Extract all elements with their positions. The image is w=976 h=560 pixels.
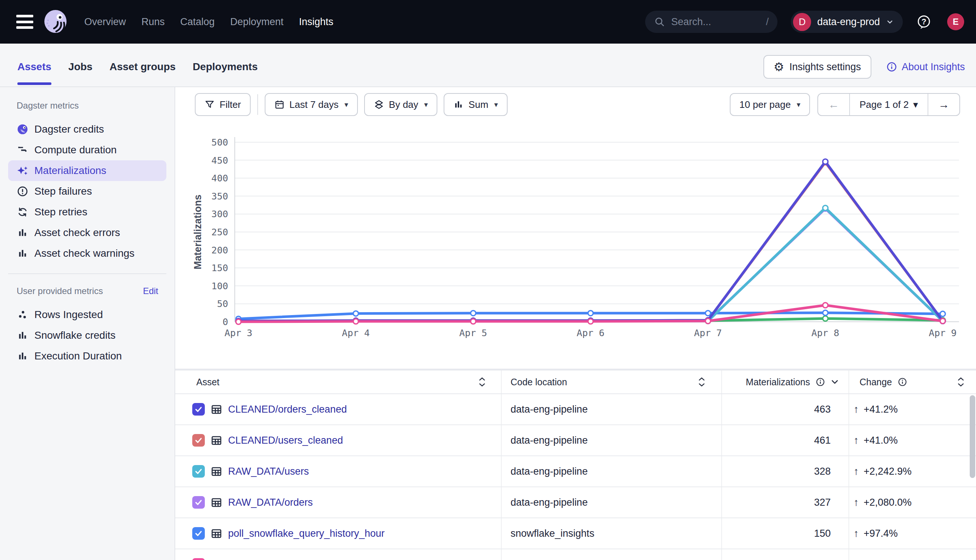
aggregation-button[interactable]: Sum ▾ <box>444 93 508 116</box>
tab-label: Assets <box>17 61 52 73</box>
nav-catalog[interactable]: Catalog <box>180 16 215 28</box>
column-header-asset[interactable]: Asset <box>175 370 502 393</box>
change-value: +41.0% <box>864 435 897 446</box>
column-label: Change <box>859 377 892 387</box>
next-page-button[interactable]: → <box>928 94 959 115</box>
column-header-change[interactable]: Change <box>849 370 976 393</box>
sidebar-item-snowflake-credits[interactable]: Snowflake credits <box>8 325 166 346</box>
table-icon <box>211 497 222 508</box>
chart-point[interactable] <box>823 205 828 210</box>
group-by-button[interactable]: By day ▾ <box>364 93 438 116</box>
chart-point[interactable] <box>705 311 710 316</box>
search-icon <box>654 16 665 27</box>
asset-link[interactable]: CLEANED/users_cleaned <box>228 435 343 446</box>
chart-point[interactable] <box>705 318 710 323</box>
sidebar-item-materializations[interactable]: Materializations <box>8 160 166 181</box>
filter-button[interactable]: Filter <box>195 93 251 116</box>
table-icon <box>211 559 222 560</box>
insights-settings-button[interactable]: ⚙ Insights settings <box>764 55 871 79</box>
y-tick-label: 500 <box>211 137 228 148</box>
asset-checkbox[interactable] <box>192 496 205 509</box>
page-select-button[interactable]: Page 1 of 2 ▾ <box>849 94 928 115</box>
duration-steps-icon <box>17 144 28 156</box>
sidebar-item-label: Dagster credits <box>34 123 104 135</box>
change-value: +97.4% <box>864 528 897 539</box>
chart-point[interactable] <box>940 318 945 323</box>
sidebar-item-compute-duration[interactable]: Compute duration <box>8 140 166 160</box>
asset-checkbox[interactable] <box>192 403 205 415</box>
nav-runs[interactable]: Runs <box>142 16 165 28</box>
aggregation-label: Sum <box>468 99 488 110</box>
sidebar-item-dagster-credits[interactable]: Dagster credits <box>8 119 166 140</box>
asset-link[interactable]: CLEANED/orders_cleaned <box>228 404 347 415</box>
change-value: +41.2% <box>864 404 897 415</box>
asset-cell: RAW_DATA/users <box>175 456 502 487</box>
x-tick-label: Apr 6 <box>577 328 605 338</box>
asset-cell: CLEANED/locations_cleaned <box>175 549 502 560</box>
sidebar-item-asset-check-errors[interactable]: Asset check errors <box>8 222 166 243</box>
chart-point[interactable] <box>471 319 476 324</box>
user-avatar[interactable]: E <box>947 13 964 30</box>
chart-line-RAW_DATA/orders <box>239 209 943 322</box>
asset-link[interactable]: CLEANED/locations_cleaned <box>228 559 358 560</box>
asset-checkbox[interactable] <box>192 434 205 447</box>
menu-icon[interactable] <box>16 15 33 29</box>
tab-jobs[interactable]: Jobs <box>69 47 92 87</box>
chart-point[interactable] <box>236 319 241 324</box>
sidebar-item-label: Asset check errors <box>34 227 120 238</box>
tab-asset-groups[interactable]: Asset groups <box>109 47 175 87</box>
chart-point[interactable] <box>588 319 593 324</box>
tab-deployments[interactable]: Deployments <box>192 47 258 87</box>
chart-point[interactable] <box>823 159 828 164</box>
chart-point[interactable] <box>588 311 593 316</box>
sidebar-item-step-failures[interactable]: Step failures <box>8 181 166 202</box>
change-value: +4,600.0% <box>864 559 912 560</box>
org-switcher[interactable]: D data-eng-prod <box>791 11 903 33</box>
tab-label: Asset groups <box>109 61 175 73</box>
chart-point[interactable] <box>940 312 945 317</box>
search-input[interactable]: Search... / <box>645 11 777 33</box>
check-icon <box>194 467 203 476</box>
nav-overview[interactable]: Overview <box>84 16 126 28</box>
table-scrollbar[interactable] <box>970 395 975 478</box>
tab-assets[interactable]: Assets <box>17 47 52 87</box>
table-row: RAW_DATA/usersdata-eng-pipeline328↑+2,24… <box>175 456 976 487</box>
chart-point[interactable] <box>353 311 359 316</box>
three-dots-icon <box>17 309 28 321</box>
sidebar-item-rows-ingested[interactable]: Rows Ingested <box>8 304 166 325</box>
sidebar-item-label: Snowflake credits <box>34 330 115 341</box>
asset-cell: RAW_DATA/orders <box>175 487 502 518</box>
sidebar-item-asset-check-warnings[interactable]: Asset check warnings <box>8 243 166 264</box>
asset-checkbox[interactable] <box>192 558 205 560</box>
chart-point[interactable] <box>823 310 828 315</box>
prev-page-button[interactable]: ← <box>818 94 849 115</box>
about-insights-link[interactable]: About Insights <box>886 61 965 73</box>
nav-insights[interactable]: Insights <box>299 16 333 28</box>
date-range-button[interactable]: Last 7 days ▾ <box>265 93 358 116</box>
chart-point[interactable] <box>823 303 828 308</box>
sidebar-item-step-retries[interactable]: Step retries <box>8 202 166 222</box>
column-header-materializations[interactable]: Materializations <box>722 370 849 393</box>
caret-down-icon: ▾ <box>913 99 918 110</box>
asset-link[interactable]: RAW_DATA/orders <box>228 497 313 508</box>
table-body: CLEANED/orders_cleaneddata-eng-pipeline4… <box>175 394 976 560</box>
nav-deployment[interactable]: Deployment <box>230 16 284 28</box>
asset-checkbox[interactable] <box>192 465 205 478</box>
up-arrow-icon: ↑ <box>854 434 859 446</box>
x-tick-label: Apr 7 <box>694 328 722 338</box>
chart-point[interactable] <box>471 311 476 316</box>
sidebar-item-execution-duration[interactable]: Execution Duration <box>8 346 166 367</box>
bar-chart-icon <box>17 247 28 259</box>
chart-point[interactable] <box>353 319 359 324</box>
asset-link[interactable]: poll_snowflake_query_history_hour <box>228 528 384 539</box>
x-tick-label: Apr 5 <box>459 328 487 338</box>
per-page-button[interactable]: 10 per page ▾ <box>730 93 810 116</box>
asset-link[interactable]: RAW_DATA/users <box>228 466 309 477</box>
column-header-code-location[interactable]: Code location <box>502 370 722 393</box>
edit-metrics-link[interactable]: Edit <box>143 286 158 296</box>
help-icon[interactable]: ? <box>916 14 931 29</box>
chart-point[interactable] <box>823 316 828 321</box>
chart-line-CLEANED/orders_cleaned <box>239 162 943 321</box>
asset-checkbox[interactable] <box>192 527 205 540</box>
y-tick-label: 400 <box>211 173 228 183</box>
